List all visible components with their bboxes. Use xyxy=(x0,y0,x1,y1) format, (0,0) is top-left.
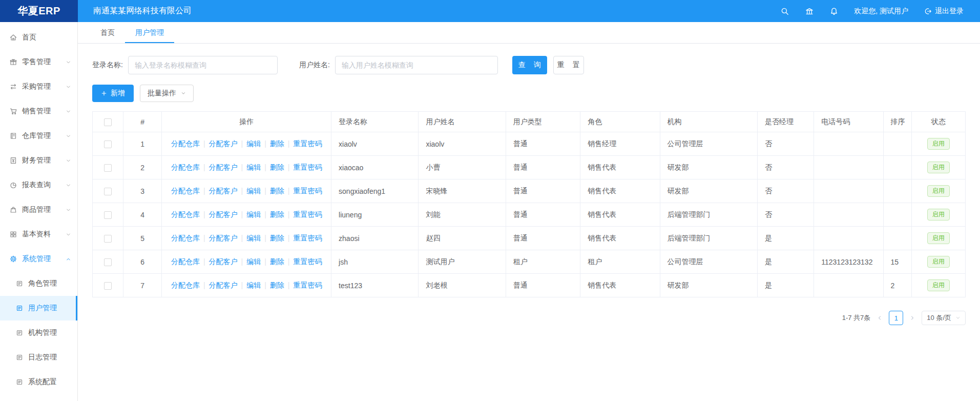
action-delete[interactable]: 删除 xyxy=(270,163,284,171)
action-reset-password[interactable]: 重置密码 xyxy=(293,139,322,148)
query-button[interactable]: 查 询 xyxy=(512,56,547,74)
row-role: 销售代表 xyxy=(580,203,660,227)
action-delete[interactable]: 删除 xyxy=(270,187,284,195)
action-edit[interactable]: 编辑 xyxy=(246,163,261,171)
sidebar-item-basic-data[interactable]: 基本资料 xyxy=(0,222,77,247)
action-reset-password[interactable]: 重置密码 xyxy=(293,210,322,218)
bank-icon[interactable] xyxy=(805,7,814,16)
action-reset-password[interactable]: 重置密码 xyxy=(293,234,322,242)
action-reset-password[interactable]: 重置密码 xyxy=(293,257,322,266)
action-assign-customer[interactable]: 分配客户 xyxy=(209,139,238,148)
action-separator xyxy=(203,187,205,195)
action-assign-customer[interactable]: 分配客户 xyxy=(209,234,238,242)
login-name-input[interactable] xyxy=(128,56,278,74)
doc-icon xyxy=(15,378,24,386)
sidebar-item-system[interactable]: 系统管理 xyxy=(0,247,77,271)
sidebar-item-finance[interactable]: 财务管理 xyxy=(0,148,77,173)
chevron-up-icon xyxy=(66,256,71,262)
status-badge[interactable]: 启用 xyxy=(927,162,950,173)
action-edit[interactable]: 编辑 xyxy=(246,281,261,289)
table-header-0: # xyxy=(123,112,162,132)
action-assign-customer[interactable]: 分配客户 xyxy=(209,257,238,266)
search-icon[interactable] xyxy=(780,7,789,16)
reset-button[interactable]: 重 置 xyxy=(553,56,584,74)
tab-home[interactable]: 首页 xyxy=(90,22,125,43)
status-badge[interactable]: 启用 xyxy=(927,279,950,291)
action-edit[interactable]: 编辑 xyxy=(246,234,261,242)
row-checkbox[interactable] xyxy=(104,141,112,148)
action-assign-warehouse[interactable]: 分配仓库 xyxy=(171,281,200,289)
page-size-select[interactable]: 10 条/页 xyxy=(922,311,966,325)
status-badge[interactable]: 启用 xyxy=(927,185,950,197)
action-assign-warehouse[interactable]: 分配仓库 xyxy=(171,163,200,171)
top-header: 华夏ERP 南通某某网络科技有限公司 欢迎您, 测试用户 退出登录 xyxy=(0,0,980,22)
sidebar-item-retail[interactable]: 零售管理 xyxy=(0,50,77,74)
sidebar-item-sales[interactable]: 销售管理 xyxy=(0,99,77,124)
action-delete[interactable]: 删除 xyxy=(270,210,284,218)
action-separator xyxy=(288,210,290,218)
logout-button[interactable]: 退出登录 xyxy=(924,7,964,16)
row-checkbox-cell xyxy=(93,156,123,179)
sidebar-item-reports[interactable]: 报表查询 xyxy=(0,173,77,197)
status-badge[interactable]: 启用 xyxy=(927,256,950,268)
bell-icon[interactable] xyxy=(829,7,839,16)
action-assign-customer[interactable]: 分配客户 xyxy=(209,281,238,289)
action-edit[interactable]: 编辑 xyxy=(246,257,261,266)
row-checkbox[interactable] xyxy=(104,282,112,290)
action-separator xyxy=(203,139,205,148)
action-assign-warehouse[interactable]: 分配仓库 xyxy=(171,234,200,242)
row-checkbox[interactable] xyxy=(104,211,112,219)
sidebar-item-warehouse[interactable]: 仓库管理 xyxy=(0,124,77,148)
row-user-type: 普通 xyxy=(506,179,580,203)
action-delete[interactable]: 删除 xyxy=(270,257,284,266)
batch-operations-button[interactable]: 批量操作 xyxy=(140,85,194,102)
action-assign-customer[interactable]: 分配客户 xyxy=(209,187,238,195)
action-assign-warehouse[interactable]: 分配仓库 xyxy=(171,187,200,195)
action-assign-warehouse[interactable]: 分配仓库 xyxy=(171,257,200,266)
chevron-left-icon[interactable] xyxy=(877,315,883,321)
action-edit[interactable]: 编辑 xyxy=(246,210,261,218)
chevron-down-icon xyxy=(66,109,71,114)
chevron-right-icon[interactable] xyxy=(909,315,915,321)
action-assign-warehouse[interactable]: 分配仓库 xyxy=(171,139,200,148)
sidebar-item-roles[interactable]: 角色管理 xyxy=(0,271,77,296)
add-button[interactable]: 新增 xyxy=(92,85,134,102)
row-login-name: xiaocao xyxy=(331,156,419,179)
sidebar-item-purchase[interactable]: 采购管理 xyxy=(0,74,77,99)
row-index: 2 xyxy=(123,156,162,179)
action-edit[interactable]: 编辑 xyxy=(246,139,261,148)
row-checkbox[interactable] xyxy=(104,188,112,195)
status-badge[interactable]: 启用 xyxy=(927,138,950,150)
action-delete[interactable]: 删除 xyxy=(270,139,284,148)
action-reset-password[interactable]: 重置密码 xyxy=(293,281,322,289)
action-delete[interactable]: 删除 xyxy=(270,281,284,289)
row-phone xyxy=(814,203,883,227)
sidebar-item-users[interactable]: 用户管理 xyxy=(0,296,77,320)
sidebar-item-organizations[interactable]: 机构管理 xyxy=(0,320,77,345)
action-assign-customer[interactable]: 分配客户 xyxy=(209,163,238,171)
tab-user-management[interactable]: 用户管理 xyxy=(125,22,174,43)
row-sort xyxy=(883,203,911,227)
action-reset-password[interactable]: 重置密码 xyxy=(293,163,322,171)
sidebar-item-config[interactable]: 系统配置 xyxy=(0,370,77,394)
status-badge[interactable]: 启用 xyxy=(927,209,950,220)
login-name-label: 登录名称: xyxy=(92,61,123,70)
sidebar-item-home[interactable]: 首页 xyxy=(0,25,77,50)
sidebar-item-commodity[interactable]: 商品管理 xyxy=(0,197,77,222)
row-checkbox[interactable] xyxy=(104,235,112,243)
row-user-type: 普通 xyxy=(506,203,580,227)
action-edit[interactable]: 编辑 xyxy=(246,187,261,195)
row-user-type: 普通 xyxy=(506,156,580,179)
action-reset-password[interactable]: 重置密码 xyxy=(293,187,322,195)
sidebar-item-logs[interactable]: 日志管理 xyxy=(0,345,77,370)
action-assign-customer[interactable]: 分配客户 xyxy=(209,210,238,218)
status-badge[interactable]: 启用 xyxy=(927,232,950,244)
row-checkbox[interactable] xyxy=(104,164,112,172)
action-delete[interactable]: 删除 xyxy=(270,234,284,242)
page-number-button[interactable]: 1 xyxy=(889,311,903,325)
user-name-input[interactable] xyxy=(335,56,498,74)
row-checkbox[interactable] xyxy=(104,258,112,266)
select-all-checkbox[interactable] xyxy=(104,118,112,126)
sidebar-item-label: 系统管理 xyxy=(22,254,51,264)
action-assign-warehouse[interactable]: 分配仓库 xyxy=(171,210,200,218)
